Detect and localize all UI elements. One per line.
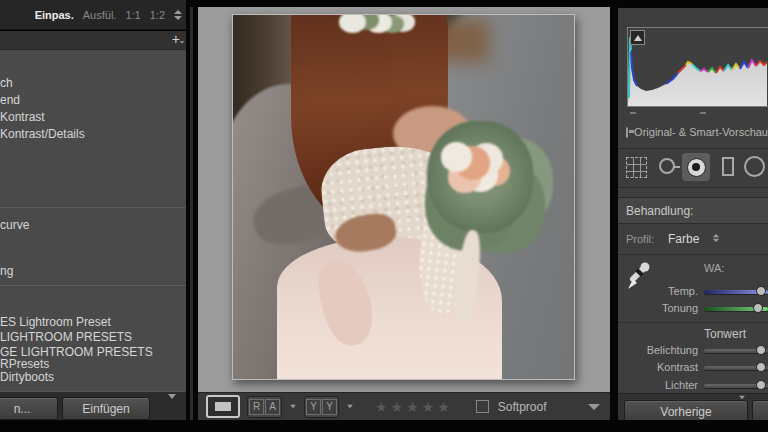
presets-panel-header: + (0, 31, 188, 50)
radial-filter-tool-icon[interactable] (744, 156, 765, 177)
shadow-clipping-indicator[interactable] (630, 30, 645, 45)
before-after-caret-icon[interactable] (347, 405, 353, 409)
histogram-tick (630, 112, 636, 114)
histogram-curve (628, 28, 767, 106)
bottom-toolbar: R A Y Y ★★★★★ Softproof (198, 392, 610, 420)
preset-item[interactable]: curve (0, 218, 29, 232)
temp-slider-knob[interactable] (756, 286, 766, 296)
wb-header: WA: (704, 262, 724, 274)
tool-strip (618, 148, 768, 188)
temp-label: Temp. (618, 285, 698, 297)
import-button[interactable]: n... (0, 397, 58, 420)
toolbar-options-caret-icon[interactable] (588, 404, 600, 410)
profile-caret-icon[interactable] (713, 234, 719, 242)
zoom-1-2[interactable]: 1:2 (150, 9, 165, 21)
navigator-zoom-bar: Einpas. Ausfül. 1:1 1:2 (0, 0, 188, 30)
preview-status-row: Original- & Smart-Vorschau (618, 122, 768, 142)
before-after-view-button[interactable]: Y Y (304, 396, 339, 418)
treatment-header: Behandlung: (626, 204, 693, 218)
contrast-label: Kontrast (618, 361, 698, 373)
zoom-fill[interactable]: Ausfül. (83, 9, 117, 21)
treatment-header-row: Behandlung: (618, 197, 768, 224)
left-panel-button-bar: n... Einfügen (0, 391, 188, 422)
histogram-tick (700, 112, 706, 114)
preset-folder[interactable]: ES Lightroom Preset (0, 315, 111, 329)
highlights-slider-row: Lichter (618, 378, 768, 392)
divider (0, 285, 186, 286)
redeye-tool-selected[interactable] (682, 153, 710, 181)
preset-list: ch end Kontrast Kontrast/Details curve n… (0, 50, 186, 391)
zoom-1-1[interactable]: 1:1 (125, 9, 140, 21)
preset-folder[interactable]: RPresets (0, 357, 49, 371)
profile-row: Profil: Farbe (618, 224, 768, 255)
preset-item[interactable]: ng (0, 264, 13, 278)
preset-item[interactable]: Kontrast/Details (0, 127, 85, 141)
right-panel: Original- & Smart-Vorschau Behandlung: P… (618, 0, 768, 432)
tone-header: Tonwert (704, 327, 746, 341)
exposure-label: Belichtung (618, 344, 698, 356)
preset-folder[interactable]: LIGHTROOM PRESETS (0, 330, 132, 344)
tone-section: Tonwert Belichtung Kontrast Lichter (618, 323, 768, 393)
preset-item[interactable]: Kontrast (0, 110, 45, 124)
reference-view-caret-icon[interactable] (290, 405, 296, 409)
graduated-filter-tool-icon[interactable] (722, 157, 734, 176)
zoom-fit[interactable]: Einpas. (35, 9, 74, 21)
collapse-caret-icon[interactable] (168, 394, 176, 399)
tint-slider-knob[interactable] (753, 303, 763, 313)
reference-view-button[interactable]: R A (247, 396, 282, 418)
spot-removal-tool-icon[interactable] (659, 158, 675, 174)
rating-stars[interactable]: ★★★★★ (375, 399, 453, 415)
divider (0, 207, 186, 208)
tint-label: Tonung (618, 302, 698, 314)
highlights-label: Lichter (618, 379, 698, 391)
develop-canvas (198, 7, 610, 392)
crop-tool-icon[interactable] (626, 157, 647, 178)
contrast-slider-row: Kontrast (618, 360, 768, 374)
panel-divider-right[interactable] (610, 0, 618, 432)
tint-slider-row: Tonung (618, 301, 768, 315)
bottom-edge (0, 420, 768, 432)
softproof-label: Softproof (498, 400, 547, 414)
profile-select[interactable]: Farbe (668, 232, 699, 246)
paste-button[interactable]: Einfügen (62, 397, 150, 420)
smart-preview-icon (626, 127, 628, 138)
zoom-level-chevron-icon[interactable] (174, 10, 182, 20)
preset-folder[interactable]: Dirtyboots (0, 370, 54, 384)
contrast-slider-knob[interactable] (756, 362, 766, 372)
preset-item[interactable]: end (0, 93, 20, 107)
redeye-icon (687, 158, 706, 177)
histogram[interactable] (627, 27, 768, 107)
exposure-slider-knob[interactable] (756, 345, 766, 355)
highlights-slider-knob[interactable] (756, 380, 766, 390)
white-balance-section: WA: Temp. Tonung (618, 255, 768, 323)
lightroom-develop-window: Einpas. Ausfül. 1:1 1:2 + ch end Kontras… (0, 0, 768, 432)
loupe-view-button[interactable] (206, 395, 240, 418)
exposure-slider-row: Belichtung (618, 343, 768, 357)
top-edge (188, 0, 610, 7)
photo[interactable] (232, 14, 575, 380)
collapse-caret-icon[interactable] (739, 396, 745, 400)
softproof-checkbox[interactable] (476, 400, 489, 413)
bouquet (427, 121, 533, 234)
panel-divider-left[interactable] (186, 0, 198, 432)
preview-status-label[interactable]: Original- & Smart-Vorschau (634, 126, 768, 138)
profile-label: Profil: (626, 233, 654, 245)
preset-item[interactable]: ch (0, 76, 13, 90)
temp-slider-row: Temp. (618, 284, 768, 298)
